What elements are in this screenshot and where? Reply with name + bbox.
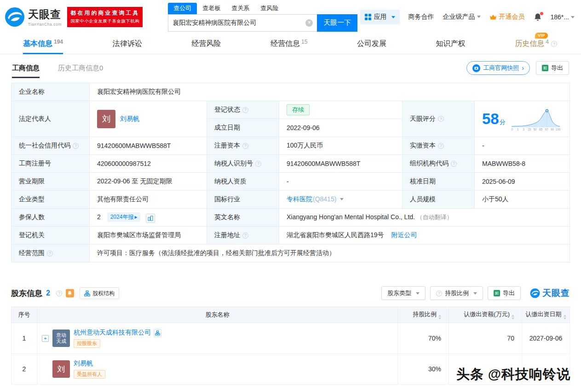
shareholder-link[interactable]: 杭州意动天成科技有限公司 bbox=[74, 329, 151, 337]
excel-icon bbox=[542, 65, 548, 71]
shareholder-avatar[interactable]: 意动天成 bbox=[52, 330, 70, 347]
help-icon[interactable]: ? bbox=[242, 107, 248, 113]
export-shareholders-button[interactable]: 导出 bbox=[488, 286, 521, 300]
building-icon[interactable] bbox=[146, 214, 155, 223]
sort-icon bbox=[564, 315, 566, 319]
status-badge: 存续 bbox=[287, 104, 310, 115]
chevron-down-icon[interactable] bbox=[340, 198, 344, 200]
approval-date-label: 核准日期 bbox=[403, 173, 475, 191]
tab-history-info[interactable]: 历史信息 VIP 4 ? bbox=[515, 34, 557, 54]
tab-operation-risk[interactable]: 经营风险 bbox=[191, 34, 221, 54]
nav-enterprise-products[interactable]: 企业级产品 bbox=[443, 13, 481, 21]
sort-icon bbox=[438, 315, 441, 319]
chevron-down-icon bbox=[416, 292, 420, 295]
address-label: 注册地址? bbox=[207, 227, 279, 244]
score-value: 58 bbox=[482, 110, 499, 127]
tianyancha-watermark-logo: 天眼查 bbox=[530, 287, 570, 299]
tianyan-score[interactable]: 58分 0 1 3 15 50 85 97 99 100 bbox=[482, 107, 562, 131]
shareholder-type-filter[interactable]: 股东类型 bbox=[381, 286, 426, 300]
nav-business-cooperation[interactable]: 商务合作 bbox=[408, 13, 434, 21]
enterprise-label: 企业级产品 bbox=[443, 13, 475, 20]
help-icon[interactable]: ? bbox=[56, 290, 62, 296]
industry-link[interactable]: 专科医院 bbox=[287, 195, 312, 203]
credit-code-value: 91420600MABWWB588T bbox=[90, 137, 207, 155]
shareholder-tag: 受益所有人 bbox=[74, 370, 105, 379]
col-subscribed-date-sort[interactable]: 认缴出资日期 bbox=[522, 307, 570, 323]
taxpayer-id-value: 91420600MABWWB588T bbox=[279, 155, 403, 173]
tab-company-development[interactable]: 公司发展 bbox=[357, 34, 386, 54]
equity-structure-icon[interactable] bbox=[154, 329, 161, 337]
snapshot-label: 工商官网快照 bbox=[483, 64, 519, 72]
notification-bell-icon[interactable] bbox=[534, 13, 542, 22]
taxpayer-id-label: 纳税人识别号? bbox=[207, 155, 279, 173]
reg-number-value: 420600000987512 bbox=[90, 155, 207, 173]
help-icon[interactable]: ? bbox=[47, 250, 53, 256]
tab-basic-info[interactable]: 基本信息194 bbox=[23, 34, 63, 54]
shareholder-link[interactable]: 刘易帆 bbox=[74, 359, 93, 368]
search-tab-relation[interactable]: 查关系 bbox=[226, 3, 255, 14]
holding-ratio: 30% bbox=[398, 354, 449, 385]
help-icon[interactable]: ? bbox=[438, 143, 444, 149]
export-button[interactable]: 导出 bbox=[536, 61, 569, 75]
monitor-bell-icon[interactable] bbox=[66, 289, 74, 297]
tab-intellectual-property[interactable]: 知识产权 bbox=[436, 34, 466, 54]
equity-structure-button[interactable]: 股权结构 bbox=[80, 287, 119, 299]
nearby-companies-link[interactable]: 附近公司 bbox=[391, 231, 417, 239]
col-holding-ratio-sort[interactable]: 持股比例 bbox=[398, 307, 449, 323]
search-tab-boss[interactable]: 查老板 bbox=[197, 3, 226, 14]
help-icon[interactable]: ? bbox=[438, 116, 444, 122]
credit-code-label: 统一社会信用代码? bbox=[12, 137, 90, 155]
subtab-history-business-info[interactable]: 历史工商信息0 bbox=[58, 64, 103, 73]
brand-label: 天眼查 bbox=[542, 287, 570, 299]
export-label: 导出 bbox=[503, 289, 515, 297]
tab-label: 历史信息 bbox=[515, 40, 544, 47]
svg-text:3: 3 bbox=[523, 128, 524, 131]
expand-row-button[interactable]: + bbox=[42, 335, 49, 342]
svg-text:85: 85 bbox=[539, 128, 543, 131]
svg-text:99: 99 bbox=[551, 128, 554, 131]
term-label: 营业期限 bbox=[12, 173, 90, 191]
type-filter-label: 股东类型 bbox=[387, 289, 411, 297]
svg-text:50: 50 bbox=[533, 128, 537, 131]
open-vip-label: 开通会员 bbox=[499, 13, 525, 21]
tianyancha-logo[interactable]: 天眼查 TianYanCha.com bbox=[5, 7, 62, 27]
export-label: 导出 bbox=[551, 64, 563, 72]
subscribed-amount: 70 bbox=[449, 323, 522, 354]
shareholder-avatar[interactable]: 刘 bbox=[52, 360, 70, 378]
annual-report-badge[interactable]: 2024年报▸ bbox=[107, 212, 141, 222]
company-name-label: 企业名称 bbox=[12, 83, 90, 101]
shareholders-title: 股东信息 bbox=[11, 288, 42, 299]
svg-text:15: 15 bbox=[528, 128, 531, 131]
search-button[interactable]: 天眼一下 bbox=[317, 14, 357, 32]
user-account[interactable]: 186*... bbox=[551, 13, 575, 21]
search-input[interactable] bbox=[173, 19, 305, 27]
help-icon[interactable]: ? bbox=[551, 41, 557, 47]
legal-rep-avatar[interactable]: 刘 bbox=[97, 110, 115, 128]
svg-text:0: 0 bbox=[511, 128, 513, 131]
tab-operation-info[interactable]: 经营信息15 bbox=[270, 34, 307, 54]
help-icon[interactable]: ? bbox=[242, 233, 248, 239]
search-tab-company[interactable]: 查公司 bbox=[168, 3, 197, 14]
tab-legal-litigation[interactable]: 法律诉讼 bbox=[113, 34, 142, 54]
official-snapshot-button[interactable]: 工商官网快照 › bbox=[466, 61, 530, 75]
tab-label: 经营风险 bbox=[191, 39, 221, 49]
legal-rep-link[interactable]: 刘易帆 bbox=[120, 115, 139, 123]
equity-icon bbox=[84, 290, 90, 296]
tab-label: 知识产权 bbox=[436, 39, 466, 49]
establish-date-label: 成立日期 bbox=[207, 119, 279, 137]
apps-menu-button[interactable]: 应用 bbox=[360, 10, 400, 24]
help-icon[interactable]: ? bbox=[255, 161, 261, 167]
search-tab-risk[interactable]: 查风险 bbox=[255, 3, 284, 14]
reg-capital-label: 注册资本? bbox=[207, 137, 279, 155]
clear-icon[interactable]: × bbox=[305, 19, 313, 27]
help-icon[interactable]: ? bbox=[73, 143, 79, 149]
help-icon[interactable]: ? bbox=[451, 161, 457, 167]
crown-icon bbox=[489, 14, 497, 20]
tab-count: 15 bbox=[301, 39, 307, 45]
col-subscribed-amount-sort[interactable]: 认缴出资额(万元) bbox=[449, 307, 522, 323]
help-icon[interactable]: ? bbox=[242, 143, 248, 149]
subtab-business-info[interactable]: 工商信息 bbox=[12, 57, 40, 79]
holding-ratio-filter[interactable]: ? 持股比例 bbox=[430, 286, 483, 300]
shareholder-tag: 控股股东 bbox=[74, 339, 100, 348]
nav-open-vip[interactable]: 开通会员 bbox=[489, 13, 525, 21]
